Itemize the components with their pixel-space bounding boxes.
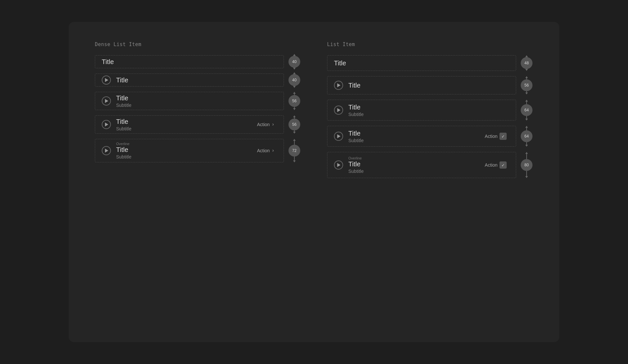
play-icon[interactable] <box>334 132 343 141</box>
action-text-d4: Action <box>257 122 270 127</box>
columns-container: Dense List ItemTitle40Title40TitleSubtit… <box>95 41 533 323</box>
text-block-n3: TitleSubtitle <box>348 104 509 117</box>
title-d3: Title <box>116 94 277 102</box>
title-d4: Title <box>116 118 257 125</box>
height-arrow: 48 <box>521 55 532 71</box>
column-header-dense: Dense List Item <box>95 41 301 47</box>
play-icon[interactable] <box>102 75 111 85</box>
row-wrapper-d2: Title40 <box>95 74 301 87</box>
arrow-bottom-icon <box>525 69 528 71</box>
subtitle-n5: Subtitle <box>348 169 485 174</box>
height-badge-wrapper-n1: 48 <box>520 55 533 71</box>
list-item-n4[interactable]: TitleSubtitleAction <box>327 126 516 147</box>
height-arrow: 56 <box>288 92 300 110</box>
text-block-n1: Title <box>334 59 509 67</box>
arrow-bottom-icon <box>525 145 528 147</box>
arrow-bottom-icon <box>525 119 528 121</box>
text-block-n4: TitleSubtitle <box>348 130 485 143</box>
title-n3: Title <box>348 104 509 111</box>
list-rows-dense: Title40Title40TitleSubtitle56TitleSubtit… <box>95 55 301 162</box>
list-item-d5[interactable]: OverlineTitleSubtitleAction› <box>95 139 284 162</box>
subtitle-d4: Subtitle <box>116 126 257 131</box>
title-n1: Title <box>334 59 509 67</box>
row-wrapper-d4: TitleSubtitleAction›56 <box>95 115 301 134</box>
main-wrapper: Dense List ItemTitle40Title40TitleSubtit… <box>69 22 559 342</box>
list-item-d1[interactable]: Title <box>95 55 284 68</box>
play-icon[interactable] <box>334 81 343 90</box>
height-badge-n3: 64 <box>521 104 532 116</box>
height-badge-n1: 48 <box>521 57 532 69</box>
action-text-n5: Action <box>485 162 497 168</box>
action-text-n4: Action <box>485 134 497 139</box>
title-d2: Title <box>116 76 277 84</box>
row-wrapper-n1: Title48 <box>327 55 533 71</box>
arrow-bottom-icon <box>293 108 296 110</box>
row-wrapper-n3: TitleSubtitle64 <box>327 100 533 121</box>
play-icon[interactable] <box>102 146 111 155</box>
arrow-bottom-icon <box>293 68 296 70</box>
row-wrapper-d3: TitleSubtitle56 <box>95 92 301 110</box>
height-badge-d2: 40 <box>288 74 300 86</box>
title-d5: Title <box>116 146 257 154</box>
subtitle-n3: Subtitle <box>348 112 509 117</box>
subtitle-d5: Subtitle <box>116 154 257 159</box>
height-badge-d5: 72 <box>288 145 300 157</box>
text-block-n5: OverlineTitleSubtitle <box>348 156 485 174</box>
text-block-d1: Title <box>102 58 277 66</box>
title-d1: Title <box>102 58 277 66</box>
text-block-n2: Title <box>348 82 509 89</box>
list-item-n3[interactable]: TitleSubtitle <box>327 100 516 121</box>
height-arrow: 40 <box>288 55 300 68</box>
overline-n5: Overline <box>348 156 485 160</box>
title-n4: Title <box>348 130 485 137</box>
list-item-n1[interactable]: Title <box>327 55 516 71</box>
arrow-bottom-icon <box>525 176 528 178</box>
arrow-line-top <box>526 154 527 159</box>
list-item-n2[interactable]: Title <box>327 76 516 94</box>
checkbox-icon[interactable] <box>499 161 507 169</box>
subtitle-d3: Subtitle <box>116 103 277 108</box>
arrow-line-top <box>526 128 527 130</box>
height-arrow: 56 <box>521 76 532 94</box>
height-badge-wrapper-d4: 56 <box>288 115 301 134</box>
title-n5: Title <box>348 160 485 168</box>
play-icon[interactable] <box>334 106 343 115</box>
text-block-d5: OverlineTitleSubtitle <box>116 142 257 159</box>
title-n2: Title <box>348 82 509 89</box>
list-item-d2[interactable]: Title <box>95 74 284 87</box>
chevron-icon: › <box>272 148 274 153</box>
action-area-d4: Action› <box>257 122 274 127</box>
arrow-bottom-icon <box>525 92 528 94</box>
height-badge-n2: 56 <box>521 79 532 91</box>
list-item-d3[interactable]: TitleSubtitle <box>95 92 284 110</box>
height-badge-wrapper-n2: 56 <box>520 76 533 94</box>
height-badge-n4: 64 <box>521 130 532 142</box>
arrow-line-bottom <box>526 142 527 145</box>
height-badge-wrapper-d3: 56 <box>288 92 301 110</box>
arrow-bottom-icon <box>293 86 296 88</box>
checkbox-icon[interactable] <box>499 133 507 140</box>
list-item-n5[interactable]: OverlineTitleSubtitleAction <box>327 152 516 178</box>
action-text-d5: Action <box>257 148 270 153</box>
arrow-bottom-icon <box>293 160 296 162</box>
arrow-line-bottom <box>294 157 295 160</box>
height-arrow: 64 <box>521 126 532 147</box>
height-badge-d1: 40 <box>288 56 300 68</box>
height-badge-wrapper-d5: 72 <box>288 139 301 162</box>
column-dense: Dense List ItemTitle40Title40TitleSubtit… <box>95 41 301 323</box>
height-badge-wrapper-d2: 40 <box>288 74 301 87</box>
row-wrapper-d5: OverlineTitleSubtitleAction›72 <box>95 139 301 162</box>
play-icon[interactable] <box>334 160 343 170</box>
chevron-icon: › <box>272 122 274 127</box>
height-badge-n5: 80 <box>521 159 532 171</box>
overline-d5: Overline <box>116 142 257 146</box>
row-wrapper-n2: Title56 <box>327 76 533 94</box>
list-item-d4[interactable]: TitleSubtitleAction› <box>95 115 284 134</box>
action-area-d5: Action› <box>257 148 274 153</box>
column-header-normal: List Item <box>327 41 533 47</box>
subtitle-n4: Subtitle <box>348 138 485 143</box>
arrow-bottom-icon <box>293 132 296 134</box>
play-icon[interactable] <box>102 96 111 106</box>
height-arrow: 64 <box>521 100 532 121</box>
play-icon[interactable] <box>102 120 111 129</box>
